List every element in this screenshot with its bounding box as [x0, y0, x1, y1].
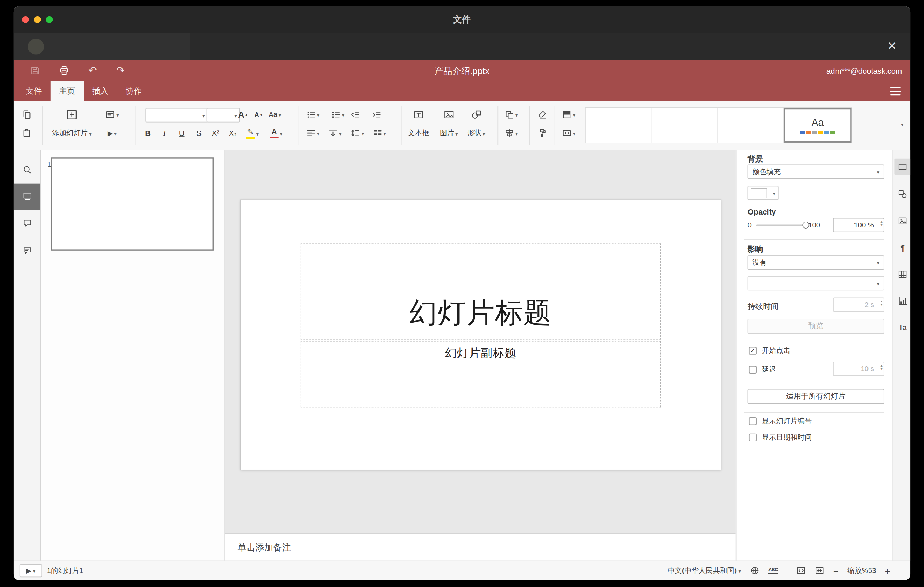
bullets-button[interactable] — [306, 110, 320, 119]
shape-button[interactable]: 形状 — [467, 128, 485, 139]
decrease-font-size-button[interactable]: A — [254, 111, 262, 118]
chevron-down-icon — [361, 129, 365, 137]
slide[interactable]: 幻灯片标题 幻灯片副标题 — [241, 200, 721, 470]
decrease-indent-button[interactable] — [350, 110, 360, 119]
font-color-button[interactable]: A — [270, 128, 282, 139]
close-icon[interactable]: ✕ — [883, 38, 901, 56]
preview-button[interactable]: 预览 — [748, 319, 884, 333]
add-slide-button[interactable]: 添加幻灯片 — [52, 128, 92, 139]
tab-insert[interactable]: 插入 — [84, 81, 117, 101]
vertical-align-button[interactable] — [328, 128, 342, 138]
theme-option-2[interactable] — [652, 108, 718, 143]
opacity-max: 100 — [808, 221, 820, 229]
subtitle-placeholder[interactable]: 幻灯片副标题 — [300, 341, 661, 407]
font-size-combobox[interactable] — [207, 108, 240, 122]
image-icon[interactable] — [444, 109, 454, 120]
slide-layout-button[interactable] — [106, 110, 119, 119]
effect-select[interactable]: 没有 — [748, 255, 884, 270]
font-name-combobox[interactable] — [145, 108, 208, 122]
spinner-arrows-icon[interactable] — [881, 300, 882, 307]
comments-icon[interactable] — [14, 210, 40, 236]
slide-thumbnail[interactable] — [51, 157, 213, 251]
effect-variant-select[interactable] — [748, 276, 884, 291]
chat-icon[interactable] — [14, 238, 40, 264]
tab-collaboration[interactable]: 协作 — [117, 81, 150, 101]
underline-button[interactable]: U — [179, 129, 185, 137]
menu-icon[interactable] — [890, 87, 901, 96]
copy-style-icon[interactable] — [538, 128, 547, 138]
slide-settings-icon[interactable] — [894, 159, 910, 175]
delay-input[interactable]: 10 s — [833, 362, 884, 376]
title-placeholder[interactable]: 幻灯片标题 — [300, 244, 661, 340]
fill-type-select[interactable]: 颜色填充 — [748, 165, 884, 179]
add-slide-icon[interactable] — [66, 109, 78, 121]
image-button[interactable]: 图片 — [440, 128, 458, 139]
show-slide-number-checkbox[interactable]: 显示幻灯片编号 — [749, 416, 812, 427]
textart-settings-icon[interactable]: Ta — [894, 319, 910, 335]
bold-button[interactable]: B — [145, 129, 150, 137]
tab-home[interactable]: 主页 — [51, 81, 84, 101]
search-icon[interactable] — [14, 157, 40, 183]
numbering-button[interactable] — [331, 110, 345, 119]
fill-type-value: 颜色填充 — [752, 167, 781, 176]
paste-icon[interactable] — [22, 128, 31, 138]
start-slideshow-statusbar-button[interactable] — [20, 564, 42, 577]
zoom-in-button[interactable]: + — [885, 566, 890, 576]
image-settings-icon[interactable] — [894, 213, 910, 229]
change-case-button[interactable]: Aa — [269, 110, 281, 119]
spinner-arrows-icon[interactable] — [881, 220, 882, 227]
arrange-shapes-button[interactable] — [505, 110, 518, 119]
slides-panel-icon[interactable] — [14, 184, 40, 209]
theme-option-3[interactable] — [718, 108, 784, 143]
highlight-color-button[interactable] — [246, 127, 259, 139]
gallery-expand-icon[interactable] — [901, 122, 903, 128]
checkbox-checked[interactable]: ✓ — [749, 347, 757, 355]
show-date-checkbox[interactable]: 显示日期和时间 — [749, 432, 812, 442]
columns-button[interactable] — [373, 128, 386, 138]
duration-input[interactable]: 2 s — [833, 297, 884, 312]
opacity-input[interactable]: 100 % — [833, 218, 884, 232]
notes-area[interactable]: 单击添加备注 — [225, 533, 736, 562]
table-settings-icon[interactable] — [894, 266, 910, 283]
line-spacing-button[interactable] — [351, 128, 364, 138]
theme-option-selected[interactable]: Aa — [784, 108, 851, 143]
language-select[interactable]: 中文(中华人民共和国) — [668, 566, 741, 576]
checkbox-unchecked[interactable] — [749, 366, 757, 374]
paragraph-settings-icon[interactable]: ¶ — [894, 239, 910, 256]
zoom-out-button[interactable]: − — [833, 566, 839, 576]
chart-settings-icon[interactable] — [894, 293, 910, 309]
fit-to-width-icon[interactable] — [815, 566, 824, 575]
notes-placeholder: 单击添加备注 — [238, 542, 291, 553]
horizontal-align-button[interactable] — [306, 128, 320, 138]
checkbox-unchecked[interactable] — [749, 417, 757, 425]
textbox-button[interactable]: 文本框 — [408, 128, 429, 139]
slide-size-button[interactable] — [562, 128, 576, 138]
start-slideshow-button[interactable] — [108, 129, 117, 137]
delay-checkbox[interactable]: 延迟 — [749, 365, 776, 375]
textbox-icon[interactable] — [413, 109, 424, 120]
clear-style-icon[interactable] — [538, 110, 547, 119]
copy-icon[interactable] — [22, 110, 31, 119]
spellcheck-icon[interactable]: ABC — [769, 567, 778, 574]
superscript-button[interactable]: X² — [212, 129, 219, 137]
align-shapes-button[interactable] — [505, 128, 518, 138]
subscript-button[interactable]: X₂ — [229, 129, 236, 137]
increase-font-size-button[interactable]: A — [238, 110, 248, 119]
checkbox-unchecked[interactable] — [749, 434, 757, 441]
document-language-icon[interactable] — [750, 566, 759, 575]
spinner-arrows-icon[interactable] — [881, 363, 882, 370]
italic-button[interactable]: I — [163, 128, 166, 138]
slide-canvas[interactable]: 幻灯片标题 幻灯片副标题 — [225, 150, 736, 533]
tab-file[interactable]: 文件 — [17, 81, 51, 101]
apply-to-all-slides-button[interactable]: 适用于所有幻灯片 — [748, 389, 884, 404]
shape-icon[interactable] — [471, 109, 481, 120]
shape-settings-icon[interactable] — [894, 186, 910, 202]
increase-indent-button[interactable] — [372, 110, 381, 119]
fill-color-select[interactable] — [748, 186, 779, 200]
theme-option-1[interactable] — [586, 108, 652, 143]
strikeout-button[interactable]: S — [196, 129, 201, 137]
shape-fill-button[interactable] — [562, 110, 576, 119]
opacity-slider[interactable] — [756, 224, 806, 226]
start-on-click-checkbox[interactable]: ✓ 开始点击 — [749, 345, 790, 356]
fit-to-slide-icon[interactable] — [797, 566, 806, 575]
